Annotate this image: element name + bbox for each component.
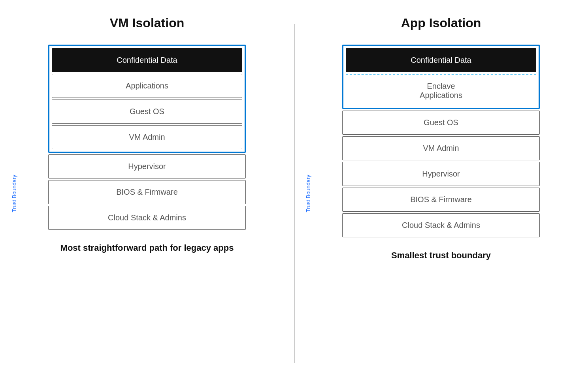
enclave-apps-line: Applications: [350, 91, 532, 100]
layer-vm-admin-r: VM Admin: [342, 136, 540, 160]
right-trust-box: Confidential Data Enclave Applications: [342, 45, 540, 109]
enclave-top-line: Enclave: [350, 82, 532, 91]
right-trust-boundary-label: Trust Boundary: [305, 175, 311, 212]
left-outside-layers: Hypervisor BIOS & Firmware Cloud Stack &…: [48, 154, 246, 230]
left-caption: Most straightforward path for legacy app…: [60, 242, 234, 254]
left-stack: Confidential Data Applications Guest OS …: [48, 45, 246, 230]
left-trust-boundary-label: Trust Boundary: [11, 175, 17, 212]
layer-bios-l: BIOS & Firmware: [48, 180, 246, 204]
right-outside-layers: Guest OS VM Admin Hypervisor BIOS & Firm…: [342, 111, 540, 237]
left-trust-box: Confidential Data Applications Guest OS …: [48, 45, 246, 153]
enclave-applications-label: Enclave Applications: [346, 76, 536, 105]
right-caption: Smallest trust boundary: [391, 250, 491, 261]
enclave-dashed-line: [346, 74, 536, 75]
layer-confidential-data-r: Confidential Data: [346, 48, 536, 72]
right-stack: Confidential Data Enclave Applications G…: [342, 45, 540, 237]
right-title: App Isolation: [401, 16, 481, 30]
left-half: Trust Boundary VM Isolation Confidential…: [0, 0, 294, 387]
layer-hypervisor-r: Hypervisor: [342, 162, 540, 186]
layer-cloudstack-r: Cloud Stack & Admins: [342, 213, 540, 237]
layer-vm-admin-l: VM Admin: [52, 125, 242, 149]
layer-guest-os-l: Guest OS: [52, 100, 242, 124]
page-container: Trust Boundary VM Isolation Confidential…: [0, 0, 588, 387]
right-half: Trust Boundary App Isolation Confidentia…: [294, 0, 588, 387]
layer-guest-os-r: Guest OS: [342, 111, 540, 135]
layer-applications-l: Applications: [52, 74, 242, 98]
left-title: VM Isolation: [110, 16, 184, 30]
layer-confidential-data-l: Confidential Data: [52, 48, 242, 72]
layer-hypervisor-l: Hypervisor: [48, 154, 246, 178]
layer-cloudstack-l: Cloud Stack & Admins: [48, 206, 246, 230]
layer-bios-r: BIOS & Firmware: [342, 188, 540, 212]
